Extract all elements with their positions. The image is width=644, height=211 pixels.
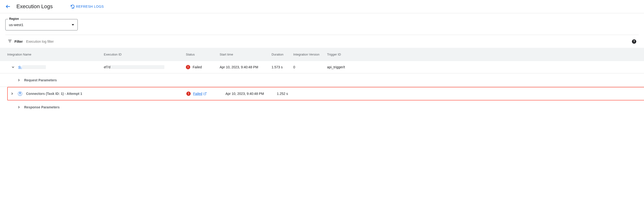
table-header: Integration Name Execution ID Status Sta… — [0, 48, 644, 61]
region-select-wrap: Region us-west1 — [0, 13, 644, 35]
connectors-label: Connectors (Task ID: 1) - Attempt 1 — [26, 92, 82, 96]
logs-table: Integration Name Execution ID Status Sta… — [0, 48, 644, 114]
filter-input[interactable] — [26, 40, 628, 44]
page-title: Execution Logs — [16, 4, 52, 10]
request-parameters-row: Request Parameters — [0, 74, 644, 87]
expand-row-icon[interactable] — [11, 65, 15, 69]
svg-rect-3 — [10, 42, 10, 42]
dropdown-caret-icon — [72, 24, 74, 26]
expand-request-params-icon[interactable] — [17, 78, 21, 82]
external-link-icon — [203, 92, 206, 95]
execution-id-cell: ef7dxxxxxxxxxxxxxxxxxxxxxxxxxxxxxxxx — [104, 61, 186, 73]
help-icon[interactable]: ? — [632, 39, 636, 44]
connectors-status-cell: ! Failed — [186, 88, 220, 100]
error-icon: ! — [186, 65, 190, 69]
back-arrow-icon[interactable] — [5, 4, 10, 9]
integration-name-link[interactable]: tk-xxxxxxxxxxxxxx — [18, 65, 46, 69]
expand-connectors-icon[interactable] — [10, 92, 14, 96]
connectors-failed-link[interactable]: Failed — [193, 92, 206, 96]
request-parameters-label: Request Parameters — [24, 78, 57, 82]
filter-bar: Filter ? — [5, 35, 639, 48]
svg-rect-2 — [9, 41, 11, 41]
trigger-id-cell: api_trigger/t — [327, 61, 380, 73]
th-integration-version: Integration Version — [293, 48, 327, 61]
error-icon: ! — [186, 92, 191, 96]
svg-point-5 — [20, 94, 20, 95]
page-header: Execution Logs REFRESH LOGS — [0, 0, 644, 13]
filter-icon — [8, 39, 12, 44]
th-start-time: Start time — [220, 48, 272, 61]
version-cell: 0 — [293, 61, 327, 73]
region-value: us-west1 — [9, 23, 24, 27]
connector-icon — [18, 91, 23, 96]
svg-line-6 — [205, 92, 206, 94]
status-cell: ! Failed — [186, 61, 220, 73]
th-duration: Duration — [272, 48, 293, 61]
table-row: tk-xxxxxxxxxxxxxx ef7dxxxxxxxxxxxxxxxxxx… — [0, 61, 644, 74]
th-status: Status — [186, 48, 220, 61]
connectors-row: Connectors (Task ID: 1) - Attempt 1 ! Fa… — [7, 87, 644, 100]
response-parameters-label: Response Parameters — [24, 105, 60, 109]
refresh-logs-button[interactable]: REFRESH LOGS — [70, 4, 104, 9]
connectors-duration: 1.252 s — [272, 88, 294, 100]
response-parameters-row: Response Parameters — [0, 100, 644, 114]
refresh-icon — [70, 4, 75, 9]
expand-response-params-icon[interactable] — [17, 105, 21, 109]
th-execution-id: Execution ID — [104, 48, 186, 61]
th-integration-name: Integration Name — [7, 48, 104, 61]
connectors-start-time: Apr 10, 2023, 9:40:48 PM — [220, 88, 272, 100]
start-time-cell: Apr 10, 2023, 9:40:48 PM — [220, 61, 272, 73]
svg-rect-1 — [8, 40, 12, 40]
region-field-label: Region — [8, 17, 20, 20]
region-select[interactable]: Region us-west1 — [5, 19, 78, 30]
filter-label: Filter — [14, 40, 23, 44]
th-trigger-id: Trigger ID — [327, 48, 380, 61]
duration-cell: 1.573 s — [272, 61, 293, 73]
